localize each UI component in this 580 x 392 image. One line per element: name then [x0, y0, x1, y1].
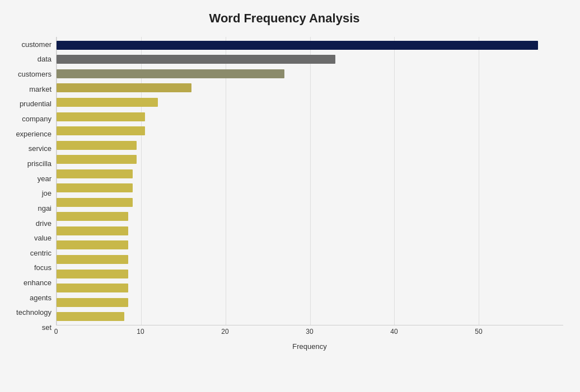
bar-row: [57, 182, 563, 193]
bars-and-x: 01020304050 Frequency: [56, 37, 563, 351]
bar: [57, 112, 145, 121]
bar: [57, 141, 137, 150]
y-label: centric: [30, 247, 52, 259]
x-tick: 10: [137, 328, 144, 336]
y-label: customer: [22, 38, 52, 50]
chart-title: Word Frequency Analysis: [6, 11, 563, 26]
bar: [57, 198, 133, 207]
bar-row: [57, 125, 563, 136]
bar-row: [57, 54, 563, 65]
x-tick: 20: [221, 328, 228, 336]
y-label: experience: [16, 127, 52, 140]
chart-area: customerdatacustomersmarketprudentialcom…: [6, 37, 563, 351]
y-label: value: [34, 232, 52, 244]
bar-row: [57, 82, 563, 93]
y-label: prudential: [20, 98, 52, 110]
bar: [57, 270, 128, 278]
bar: [57, 298, 128, 307]
bar: [57, 126, 145, 135]
bar-row: [57, 68, 563, 79]
bar-row: [57, 97, 563, 108]
bar: [57, 155, 137, 164]
bar-row: [57, 197, 563, 208]
y-label: year: [38, 172, 52, 185]
y-label: technology: [16, 306, 52, 319]
bar-row: [57, 225, 563, 237]
bar-row: [57, 40, 563, 51]
bar-row: [57, 282, 563, 294]
y-label: ngai: [38, 202, 52, 214]
y-label: joe: [42, 187, 52, 200]
bar: [57, 69, 284, 78]
x-tick: 0: [54, 328, 58, 336]
bar-row: [57, 254, 563, 265]
bars-content: [57, 37, 563, 325]
bar: [57, 98, 158, 107]
bar-row: [57, 268, 563, 280]
x-axis-wrapper: 01020304050 Frequency: [56, 325, 563, 351]
bar-row: [57, 311, 563, 322]
chart-container: Word Frequency Analysis customerdatacust…: [0, 0, 580, 392]
y-label: enhance: [24, 277, 52, 289]
bar-row: [57, 239, 563, 251]
bar: [57, 41, 538, 50]
y-label: drive: [36, 217, 52, 229]
bars-area: [56, 37, 563, 325]
bar: [57, 312, 124, 321]
bar-row: [57, 211, 563, 222]
bar: [57, 255, 128, 264]
bar: [57, 83, 191, 92]
y-label: data: [38, 53, 52, 65]
y-label: set: [42, 321, 52, 333]
y-labels: customerdatacustomersmarketprudentialcom…: [6, 37, 56, 351]
y-label: market: [29, 83, 52, 95]
x-tick: 30: [306, 328, 313, 336]
x-tick: 40: [390, 328, 397, 336]
bar: [57, 212, 128, 221]
bar: [57, 183, 133, 192]
y-label: focus: [34, 262, 52, 274]
bar: [57, 284, 128, 292]
x-axis: 01020304050: [56, 325, 563, 341]
x-tick: 50: [475, 328, 482, 336]
bar: [57, 169, 133, 178]
bar-row: [57, 140, 563, 151]
y-label: priscilla: [27, 157, 52, 169]
bar: [57, 55, 335, 64]
bar: [57, 226, 128, 235]
x-axis-label: Frequency: [56, 342, 563, 351]
bar-row: [57, 154, 563, 165]
y-label: customers: [18, 68, 52, 81]
bar: [57, 240, 128, 249]
y-label: company: [22, 113, 52, 125]
bar-row: [57, 168, 563, 180]
y-label: service: [29, 143, 52, 155]
bar-row: [57, 111, 563, 122]
y-label: agents: [30, 291, 52, 304]
bar-row: [57, 297, 563, 308]
